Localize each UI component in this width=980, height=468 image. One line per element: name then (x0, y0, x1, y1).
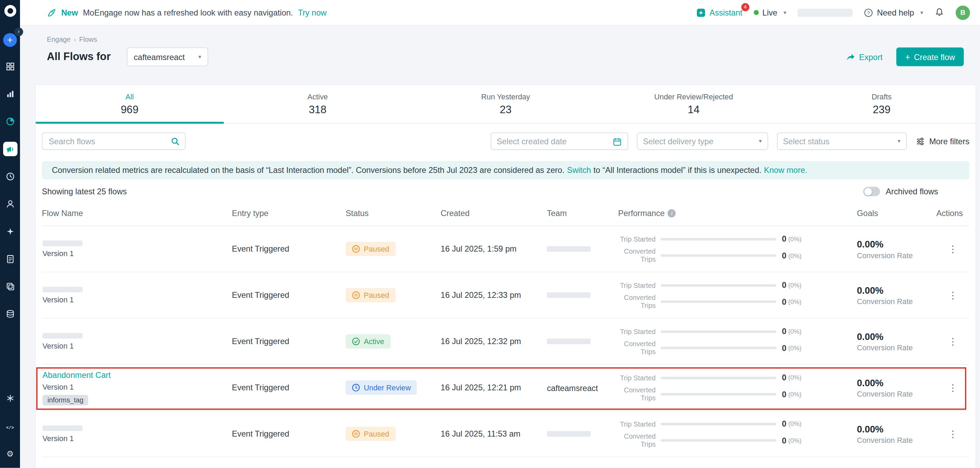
goal-value: 0.00% (857, 238, 937, 249)
sidebar-item-analytics[interactable] (3, 87, 17, 102)
layers-icon (5, 282, 14, 291)
announcement-badge: New (61, 8, 78, 17)
need-help-label: Need help (877, 8, 914, 17)
delivery-type-filter[interactable]: Select delivery type (637, 133, 768, 150)
header-goals: Goals (857, 209, 937, 218)
header-actions: Actions (936, 209, 969, 218)
know-more-link[interactable]: Know more. (764, 166, 807, 175)
created-date-filter[interactable]: Select created date (490, 133, 628, 150)
try-now-link[interactable]: Try now (298, 8, 327, 17)
performance-cell: Trip Started 0 (0%) Converted Trips 0 (0… (616, 327, 857, 356)
row-actions-kebab-menu[interactable] (948, 336, 958, 346)
flow-tag-chip: informs_tag (43, 395, 88, 405)
plus-icon (905, 52, 910, 62)
row-actions-kebab-menu[interactable] (948, 382, 958, 393)
tab-all[interactable]: All 969 (35, 85, 223, 123)
breadcrumb-engage[interactable]: Engage (47, 36, 71, 43)
tab-run-yesterday[interactable]: Run Yesterday 23 (412, 85, 600, 123)
sidebar-item-ai[interactable] (3, 224, 17, 239)
sidebar-item-segments[interactable] (3, 114, 17, 129)
breadcrumb: Engage Flows (20, 25, 980, 43)
breadcrumb-separator-icon (73, 36, 76, 43)
sidebar-item-developer[interactable] (3, 419, 17, 433)
entry-type-value: Event Triggered (232, 244, 346, 254)
breadcrumb-flows: Flows (79, 36, 97, 43)
more-filters-button[interactable]: More filters (915, 136, 969, 146)
notification-count-badge: 4 (741, 3, 749, 11)
archived-flows-toggle[interactable] (863, 187, 880, 196)
sidebar-create-button[interactable] (3, 33, 17, 47)
goal-label: Conversion Rate (857, 251, 937, 260)
topbar: New MoEngage now has a refreshed look wi… (20, 0, 980, 25)
performance-metric-trip-started: Trip Started 0 (0%) (618, 234, 857, 244)
sidebar-expand-button[interactable] (14, 28, 23, 36)
sidebar-item-dashboards[interactable] (3, 59, 17, 74)
conversion-info-banner: Conversion related metrics are recalcula… (42, 161, 969, 179)
performance-metric-converted-trips: Converted Trips 0 (0%) (618, 340, 857, 356)
entry-type-value: Event Triggered (232, 383, 346, 392)
sidebar-item-templates[interactable] (3, 279, 17, 294)
filter-sliders-icon (915, 136, 925, 146)
sidebar (0, 0, 20, 468)
export-label: Export (859, 52, 883, 62)
info-icon[interactable] (668, 209, 676, 217)
pie-chart-icon (5, 117, 14, 126)
flow-name-link[interactable]: Abandonment Cart (43, 370, 111, 379)
grid-icon (5, 62, 14, 71)
goals-cell: 0.00% Conversion Rate (857, 238, 937, 260)
search-box[interactable] (42, 133, 185, 150)
user-avatar[interactable]: B (956, 5, 970, 20)
team-selector-dropdown[interactable]: cafteamsreact (127, 48, 208, 66)
performance-metric-converted-trips: Converted Trips 0 (0%) (618, 386, 857, 402)
progress-bar (660, 423, 776, 425)
search-input[interactable] (48, 136, 171, 147)
header-team: Team (547, 209, 616, 218)
row-actions-kebab-menu[interactable] (948, 290, 958, 300)
flows-panel: All 969 Active 318 Run Yesterday 23 Unde… (35, 84, 976, 468)
created-date-value: 16 Jul 2025, 12:32 pm (441, 337, 547, 346)
progress-bar (660, 254, 776, 257)
bar-chart-icon (5, 89, 14, 99)
export-button[interactable]: Export (846, 52, 883, 62)
sidebar-item-journeys[interactable] (3, 170, 17, 184)
performance-cell: Trip Started 0 (0%) Converted Trips 0 (0… (616, 234, 857, 263)
header-entry-type: Entry type (232, 209, 346, 218)
tab-under-review-rejected[interactable]: Under Review/Rejected 14 (600, 85, 788, 123)
performance-cell: Trip Started 0 (0%) Converted Trips 0 (0… (616, 419, 857, 448)
sidebar-item-content[interactable] (3, 252, 17, 266)
header-performance: Performance (616, 209, 857, 218)
redacted-team-name (547, 339, 591, 344)
created-date-value: 16 Jul 2025, 12:21 pm (441, 383, 547, 392)
tab-drafts[interactable]: Drafts 239 (788, 85, 975, 123)
create-flow-button[interactable]: Create flow (896, 48, 964, 66)
goal-label: Conversion Rate (857, 390, 937, 398)
switch-link[interactable]: Switch (567, 166, 591, 175)
archived-flows-label: Archived flows (886, 187, 938, 196)
row-actions-kebab-menu[interactable] (948, 243, 958, 254)
sidebar-item-engage-active[interactable] (3, 142, 17, 156)
status-badge: Paused (346, 241, 395, 256)
bell-icon[interactable] (934, 8, 945, 17)
page-title: All Flows for (47, 51, 111, 63)
goals-cell: 0.00% Conversion Rate (857, 284, 937, 306)
sidebar-item-data[interactable] (3, 307, 17, 321)
row-actions-kebab-menu[interactable] (948, 428, 958, 439)
banner-text: Conversion related metrics are recalcula… (52, 166, 565, 175)
status-filter[interactable]: Select status (776, 133, 907, 150)
search-icon (170, 136, 180, 146)
sidebar-item-integrations[interactable] (3, 391, 17, 406)
performance-cell: Trip Started 0 (0%) Converted Trips 0 (0… (616, 373, 857, 402)
assistant-button[interactable]: Assistant 4 (696, 8, 742, 17)
need-help-menu[interactable]: ? Need help (864, 8, 923, 17)
create-flow-label: Create flow (914, 52, 955, 62)
redacted-account-name (798, 8, 853, 17)
sidebar-item-settings[interactable] (3, 446, 17, 460)
environment-label: Live (762, 8, 777, 17)
environment-selector[interactable]: Live (754, 8, 786, 17)
table-body: Version 1 Event Triggered Paused 16 Jul … (42, 226, 969, 457)
performance-metric-trip-started: Trip Started 0 (0%) (618, 281, 857, 290)
tab-active[interactable]: Active 318 (224, 85, 412, 123)
redacted-team-name (547, 292, 591, 298)
team-selector-value: cafteamsreact (134, 52, 185, 62)
sidebar-item-audience[interactable] (3, 197, 17, 211)
